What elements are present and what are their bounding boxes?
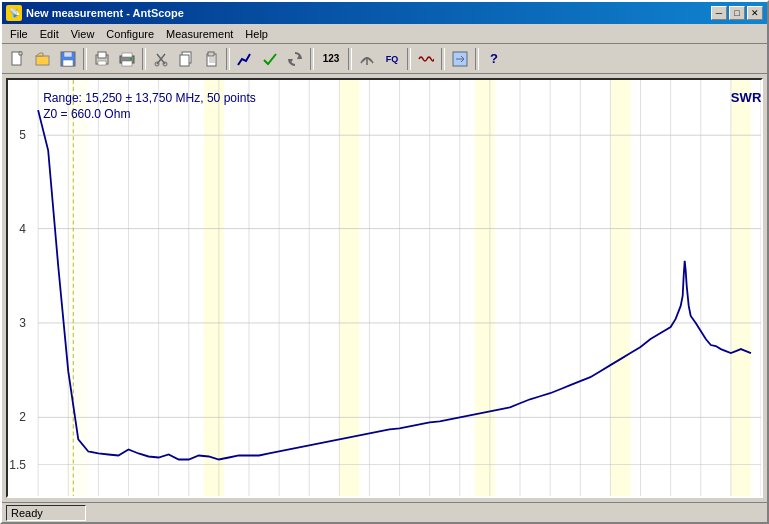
svg-text:Range: 15,250 ± 13,750 MHz, 50: Range: 15,250 ± 13,750 MHz, 50 points xyxy=(43,91,256,105)
svg-rect-30 xyxy=(204,80,224,498)
sep-8 xyxy=(475,48,479,70)
svg-text:5: 5 xyxy=(19,128,26,142)
menu-bar: File Edit View Configure Measurement Hel… xyxy=(2,24,767,44)
svg-point-13 xyxy=(130,58,132,60)
menu-help[interactable]: Help xyxy=(239,26,274,42)
export-button[interactable] xyxy=(448,47,472,71)
svg-text:4: 4 xyxy=(19,222,26,236)
num123-button[interactable]: 123 xyxy=(317,47,345,71)
svg-rect-6 xyxy=(63,60,73,66)
open-button[interactable] xyxy=(31,47,55,71)
cut-button[interactable] xyxy=(149,47,173,71)
fq-button[interactable]: FQ xyxy=(380,47,404,71)
window-title: New measurement - AntScope xyxy=(26,7,184,19)
svg-text:2: 2 xyxy=(19,410,26,424)
svg-rect-19 xyxy=(180,55,189,66)
main-window: 📡 New measurement - AntScope ─ □ ✕ File … xyxy=(0,0,769,524)
svg-rect-0 xyxy=(12,52,21,65)
svg-rect-12 xyxy=(122,61,132,66)
title-bar: 📡 New measurement - AntScope ─ □ ✕ xyxy=(2,2,767,24)
svg-rect-5 xyxy=(64,52,72,57)
svg-rect-21 xyxy=(208,52,214,56)
svg-rect-34 xyxy=(731,80,751,498)
sep-1 xyxy=(83,48,87,70)
status-bar: Ready xyxy=(2,502,767,522)
close-button[interactable]: ✕ xyxy=(747,6,763,20)
wave-button[interactable] xyxy=(414,47,438,71)
menu-configure[interactable]: Configure xyxy=(100,26,160,42)
svg-rect-3 xyxy=(36,56,49,65)
svg-rect-32 xyxy=(475,80,495,498)
menu-edit[interactable]: Edit xyxy=(34,26,65,42)
print-button[interactable] xyxy=(115,47,139,71)
status-text: Ready xyxy=(11,507,43,519)
chart-container: 1 1.5 2 3 4 5 1,500 15,250 MHz 29,000 Ra… xyxy=(6,78,763,498)
toolbar: 123 FQ ? xyxy=(2,44,767,74)
copy-button[interactable] xyxy=(174,47,198,71)
svg-text:SWR: SWR xyxy=(731,90,761,105)
menu-file[interactable]: File xyxy=(4,26,34,42)
sep-4 xyxy=(310,48,314,70)
sep-3 xyxy=(226,48,230,70)
status-panel: Ready xyxy=(6,505,86,521)
svg-rect-9 xyxy=(98,61,106,65)
antenna-button[interactable] xyxy=(355,47,379,71)
title-bar-left: 📡 New measurement - AntScope xyxy=(6,5,184,21)
paste-button[interactable] xyxy=(199,47,223,71)
sep-2 xyxy=(142,48,146,70)
new-button[interactable] xyxy=(6,47,30,71)
svg-text:3: 3 xyxy=(19,316,26,330)
minimize-button[interactable]: ─ xyxy=(711,6,727,20)
svg-rect-28 xyxy=(8,80,761,498)
graph-button[interactable] xyxy=(233,47,257,71)
main-content: 1 1.5 2 3 4 5 1,500 15,250 MHz 29,000 Ra… xyxy=(2,74,767,502)
title-buttons: ─ □ ✕ xyxy=(711,6,763,20)
svg-rect-33 xyxy=(610,80,630,498)
chart-svg: 1 1.5 2 3 4 5 1,500 15,250 MHz 29,000 Ra… xyxy=(8,80,761,498)
refresh-button[interactable] xyxy=(283,47,307,71)
sep-7 xyxy=(441,48,445,70)
print-preview-button[interactable] xyxy=(90,47,114,71)
svg-text:Z0 = 660.0 Ohm: Z0 = 660.0 Ohm xyxy=(43,107,130,121)
save-button[interactable] xyxy=(56,47,80,71)
menu-measurement[interactable]: Measurement xyxy=(160,26,239,42)
svg-rect-8 xyxy=(98,52,106,58)
restore-button[interactable]: □ xyxy=(729,6,745,20)
menu-view[interactable]: View xyxy=(65,26,101,42)
check-button[interactable] xyxy=(258,47,282,71)
app-icon: 📡 xyxy=(6,5,22,21)
sep-6 xyxy=(407,48,411,70)
help-button[interactable]: ? xyxy=(482,47,506,71)
svg-rect-11 xyxy=(122,53,132,57)
svg-text:1.5: 1.5 xyxy=(9,458,26,472)
sep-5 xyxy=(348,48,352,70)
